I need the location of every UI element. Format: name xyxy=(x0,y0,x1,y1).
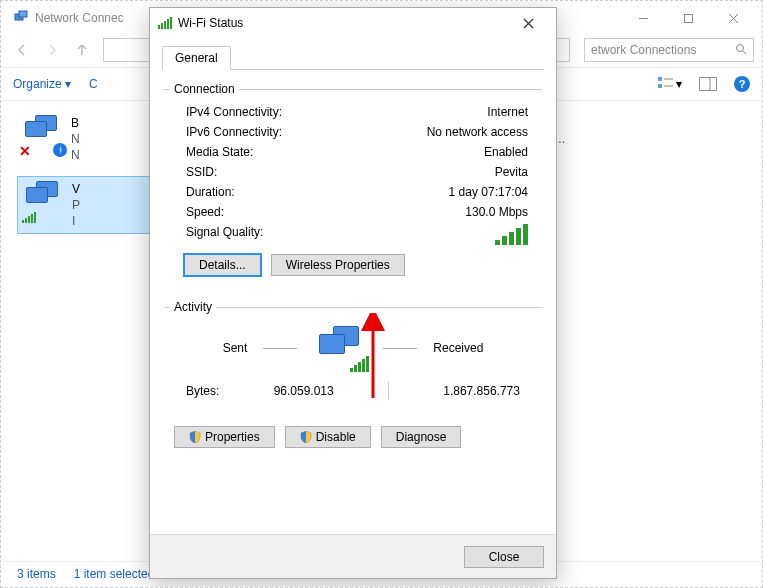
wifi-signal-icon xyxy=(158,17,172,29)
dialog-footer: Close xyxy=(150,534,556,578)
connection-legend: Connection xyxy=(170,82,239,96)
properties-label: Properties xyxy=(205,430,260,444)
received-label: Received xyxy=(433,341,483,355)
diagnose-button[interactable]: Diagnose xyxy=(381,426,462,448)
bluetooth-icon: ᚼ xyxy=(53,143,67,157)
svg-line-7 xyxy=(743,51,746,54)
shield-icon xyxy=(189,431,201,443)
speed-value: 130.0 Mbps xyxy=(465,205,528,219)
svg-rect-1 xyxy=(19,11,27,17)
svg-rect-9 xyxy=(658,84,662,88)
chevron-down-icon: ▾ xyxy=(676,77,682,91)
svg-rect-12 xyxy=(700,78,717,91)
command-c[interactable]: C xyxy=(89,77,98,91)
disable-label: Disable xyxy=(316,430,356,444)
adapter-name: V xyxy=(72,181,80,197)
activity-icon xyxy=(313,326,367,370)
divider xyxy=(383,348,417,349)
tab-strip: General xyxy=(162,44,544,70)
signal-quality-icon xyxy=(495,225,528,245)
adapter-status: P xyxy=(72,197,80,213)
search-placeholder: etwork Connections xyxy=(591,43,696,57)
bytes-received-value: 1.867.856.773 xyxy=(443,384,520,398)
wifi-status-dialog: Wi-Fi Status General Connection IPv4 Con… xyxy=(149,7,557,579)
duration-label: Duration: xyxy=(186,185,235,199)
media-state-value: Enabled xyxy=(484,145,528,159)
activity-legend: Activity xyxy=(170,300,216,314)
view-icon xyxy=(658,76,674,93)
dialog-close-button[interactable] xyxy=(508,10,548,36)
ssid-label: SSID: xyxy=(186,165,217,179)
disconnected-icon: ✕ xyxy=(19,143,33,157)
bytes-label: Bytes: xyxy=(186,384,219,398)
bytes-sent-value: 96.059.013 xyxy=(274,384,334,398)
adapter-status: N xyxy=(71,131,80,147)
divider xyxy=(263,348,297,349)
ipv6-value: No network access xyxy=(427,125,528,139)
ipv4-value: Internet xyxy=(487,105,528,119)
signal-quality-label: Signal Quality: xyxy=(186,225,263,245)
search-box[interactable]: etwork Connections xyxy=(584,38,754,62)
speed-label: Speed: xyxy=(186,205,224,219)
network-icon xyxy=(13,10,29,26)
adapter-device: N xyxy=(71,147,80,163)
preview-pane-button[interactable] xyxy=(696,73,720,95)
ipv4-label: IPv4 Connectivity: xyxy=(186,105,282,119)
disable-button[interactable]: Disable xyxy=(285,426,371,448)
svg-rect-3 xyxy=(685,14,693,22)
dialog-title: Wi-Fi Status xyxy=(178,16,243,30)
tab-general[interactable]: General xyxy=(162,46,231,70)
activity-group: Activity Sent Received Bytes: 96.059.013 xyxy=(164,300,542,412)
ipv6-label: IPv6 Connectivity: xyxy=(186,125,282,139)
selection-count: 1 item selected xyxy=(74,567,155,581)
duration-value: 1 day 07:17:04 xyxy=(449,185,528,199)
view-mode-button[interactable]: ▾ xyxy=(658,76,682,93)
close-dialog-button[interactable]: Close xyxy=(464,546,544,568)
divider xyxy=(388,382,389,400)
adapter-device: I xyxy=(72,213,80,229)
forward-button[interactable] xyxy=(39,37,65,63)
wireless-properties-button[interactable]: Wireless Properties xyxy=(271,254,405,276)
sent-label: Sent xyxy=(223,341,248,355)
properties-button[interactable]: Properties xyxy=(174,426,275,448)
parent-title: Network Connec xyxy=(35,11,124,25)
organize-menu[interactable]: Organize ▾ xyxy=(13,77,71,91)
adapter-icon: ✕ ᚼ xyxy=(21,115,65,155)
shield-icon xyxy=(300,431,312,443)
search-icon xyxy=(735,43,747,58)
dialog-titlebar[interactable]: Wi-Fi Status xyxy=(150,8,556,38)
maximize-button[interactable] xyxy=(666,4,711,32)
item-count: 3 items xyxy=(17,567,56,581)
minimize-button[interactable] xyxy=(621,4,666,32)
back-button[interactable] xyxy=(9,37,35,63)
svg-rect-8 xyxy=(658,77,662,81)
help-button[interactable]: ? xyxy=(734,76,750,92)
ssid-value: Pevita xyxy=(495,165,528,179)
up-button[interactable] xyxy=(69,37,95,63)
svg-point-6 xyxy=(737,44,744,51)
connection-group: Connection IPv4 Connectivity:Internet IP… xyxy=(164,82,542,288)
media-state-label: Media State: xyxy=(186,145,253,159)
adapter-name: B xyxy=(71,115,80,131)
details-button[interactable]: Details... xyxy=(184,254,261,276)
adapter-icon xyxy=(22,181,66,221)
close-button[interactable] xyxy=(711,4,756,32)
signal-icon xyxy=(22,212,36,223)
